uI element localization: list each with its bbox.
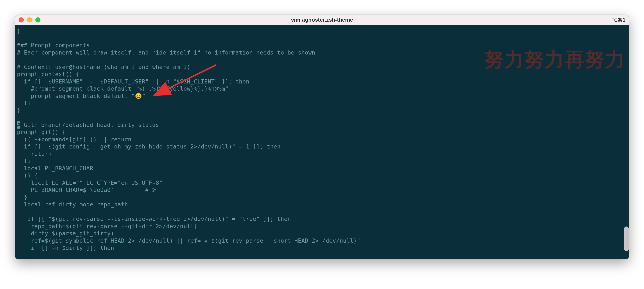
code-line: }	[17, 107, 623, 114]
code-line: if [[ "$(git rev-parse --is-inside-work-…	[17, 215, 623, 223]
window-shortcut-label: ⌥⌘1	[612, 17, 625, 23]
code-line: prompt_context() {	[17, 71, 623, 78]
code-line: return	[17, 150, 623, 158]
code-line: local LC_ALL="" LC_CTYPE="en_US.UTF-8"	[17, 179, 623, 187]
code-line: local PL_BRANCH_CHAR	[17, 165, 623, 172]
code-line: #prompt_segment black default "%(!.%{%F{…	[17, 85, 623, 93]
code-line: if [[ "$(git config --get oh-my-zsh.hide…	[17, 143, 623, 150]
editor-buffer[interactable]: } ### Prompt components# Each component …	[17, 27, 623, 252]
code-line: local ref dirty mode repo_path	[17, 201, 623, 208]
code-line: () {	[17, 172, 623, 179]
close-button[interactable]	[19, 18, 24, 23]
code-line: fi	[17, 157, 623, 165]
fullscreen-button[interactable]	[36, 18, 40, 23]
branch-glyph-icon	[152, 187, 156, 193]
code-line: ref=$(git symbolic-ref HEAD 2> /dev/null…	[17, 237, 623, 244]
code-line: dirty=$(parse_git_dirty)	[17, 230, 623, 237]
code-line: }	[17, 27, 623, 35]
code-line: (( $+commands[git] )) || return	[17, 136, 623, 143]
code-line: prompt_git() {	[17, 129, 623, 136]
code-line: if [[ -n $dirty ]]; then	[17, 244, 623, 252]
code-line	[17, 35, 623, 42]
traffic-lights	[19, 18, 40, 23]
code-line: prompt_segment black default "😄"	[17, 93, 623, 100]
terminal-viewport[interactable]: 努力努力再努力 } ### Prompt components# Each co…	[15, 25, 629, 259]
code-line	[17, 56, 623, 64]
code-line: # Git: branch/detached head, dirty statu…	[17, 121, 623, 129]
code-line: # Context: user@hostname (who am I and w…	[17, 64, 623, 71]
code-line	[17, 114, 623, 121]
cursor: #	[17, 121, 20, 129]
scrollbar-thumb[interactable]	[624, 226, 629, 251]
code-line: fi	[17, 100, 623, 107]
code-line: # Each component will draw itself, and h…	[17, 49, 623, 56]
scrollbar-track[interactable]	[623, 25, 629, 259]
code-line: ### Prompt components	[17, 42, 623, 49]
terminal-window: vim agnoster.zsh-theme ⌥⌘1 努力努力再努力 } ###…	[15, 15, 629, 259]
code-line: repo_path=$(git rev-parse --git-dir 2>/d…	[17, 223, 623, 230]
code-line	[17, 208, 623, 216]
titlebar: vim agnoster.zsh-theme ⌥⌘1	[15, 15, 629, 25]
code-line: PL_BRANCH_CHAR=$'\ue0a0' #	[17, 186, 623, 194]
code-line: }	[17, 194, 623, 201]
minimize-button[interactable]	[27, 18, 32, 23]
window-title: vim agnoster.zsh-theme	[15, 17, 629, 23]
code-line: if [[ "$USERNAME" != "$DEFAULT_USER" || …	[17, 78, 623, 85]
